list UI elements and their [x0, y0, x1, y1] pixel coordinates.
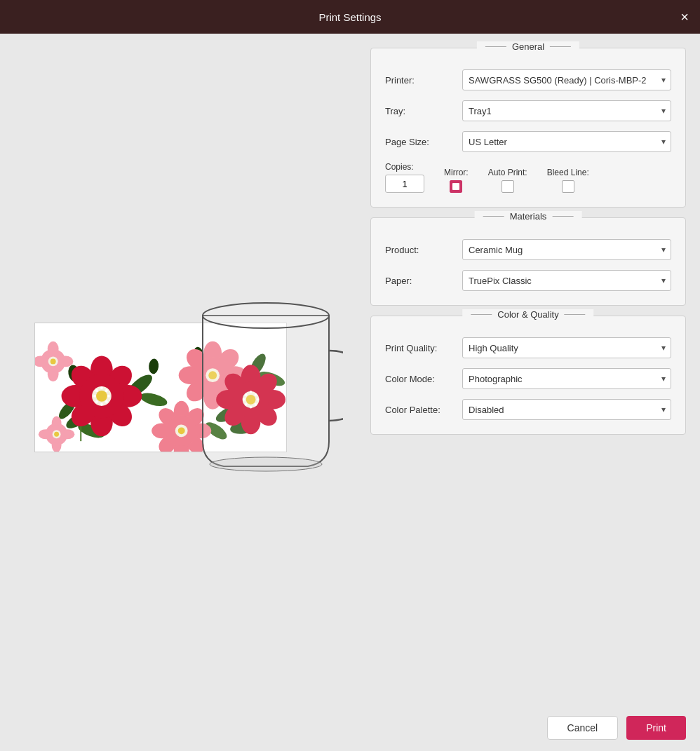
main-content: General Printer: SAWGRASS SG500 (Ready) … [0, 34, 700, 751]
svg-point-32 [107, 394, 110, 397]
mug-outline [189, 295, 343, 477]
tray-select[interactable]: Tray1 [462, 100, 671, 121]
paper-row: Paper: TruePix Classic [385, 270, 671, 291]
svg-point-30 [105, 388, 108, 391]
page-size-select[interactable]: US Letter [462, 131, 671, 152]
paper-select[interactable]: TruePix Classic [462, 270, 671, 291]
general-section: General Printer: SAWGRASS SG500 (Ready) … [370, 48, 686, 208]
general-section-header: General [477, 41, 579, 52]
close-button[interactable]: × [680, 10, 689, 24]
mirror-group: Mirror: [444, 168, 469, 193]
bleed-line-checkbox[interactable] [562, 180, 574, 193]
printer-select[interactable]: SAWGRASS SG500 (Ready) | Coris-MBP-2 [462, 69, 671, 90]
svg-point-27 [96, 390, 107, 401]
copies-input[interactable] [385, 175, 424, 193]
cancel-button[interactable]: Cancel [547, 716, 619, 740]
dialog-title: Print Settings [318, 11, 381, 23]
page-size-row: Page Size: US Letter [385, 131, 671, 152]
mug-preview [20, 295, 343, 491]
svg-point-34 [105, 400, 108, 402]
left-panel [0, 34, 363, 751]
title-bar: Print Settings × [0, 0, 700, 34]
tray-row: Tray: Tray1 [385, 100, 671, 121]
mirror-checkbox[interactable] [450, 180, 462, 193]
svg-point-35 [100, 402, 103, 405]
tray-label: Tray: [385, 106, 462, 116]
color-mode-label: Color Mode: [385, 374, 462, 384]
print-quality-select-wrapper: High QualityStandard QualityDraft [462, 337, 671, 358]
color-quality-section-header: Color & Quality [462, 309, 593, 320]
color-palette-row: Color Palette: DisabledEnabled [385, 399, 671, 420]
options-row: Copies: Mirror: Auto Print: Bleed Line: [385, 162, 671, 193]
materials-section-header: Materials [475, 211, 582, 222]
copies-group: Copies: [385, 162, 424, 193]
copies-label: Copies: [385, 162, 414, 172]
mirror-label: Mirror: [444, 168, 469, 177]
printer-select-wrapper: SAWGRASS SG500 (Ready) | Coris-MBP-2 [462, 69, 671, 90]
svg-point-63 [54, 431, 59, 436]
printer-row: Printer: SAWGRASS SG500 (Ready) | Coris-… [385, 69, 671, 90]
product-select[interactable]: Ceramic Mug [462, 239, 671, 260]
color-mode-select[interactable]: PhotographicVividStandard [462, 368, 671, 389]
product-label: Product: [385, 245, 462, 255]
svg-point-29 [95, 388, 98, 391]
color-palette-select-wrapper: DisabledEnabled [462, 399, 671, 420]
page-size-select-wrapper: US Letter [462, 131, 671, 152]
product-row: Product: Ceramic Mug [385, 239, 671, 260]
svg-point-31 [93, 394, 96, 397]
auto-print-label: Auto Print: [488, 168, 527, 177]
svg-point-96 [203, 303, 329, 328]
bottom-bar: Cancel Print [363, 705, 700, 751]
printer-label: Printer: [385, 75, 462, 86]
bleed-line-label: Bleed Line: [547, 168, 589, 177]
color-mode-row: Color Mode: PhotographicVividStandard [385, 368, 671, 389]
svg-point-97 [210, 457, 322, 471]
paper-select-wrapper: TruePix Classic [462, 270, 671, 291]
product-select-wrapper: Ceramic Mug [462, 239, 671, 260]
svg-point-33 [95, 400, 98, 402]
svg-point-28 [100, 386, 103, 389]
color-mode-select-wrapper: PhotographicVividStandard [462, 368, 671, 389]
svg-point-55 [51, 358, 56, 364]
svg-point-75 [178, 427, 185, 434]
print-button[interactable]: Print [626, 716, 686, 740]
right-panel: General Printer: SAWGRASS SG500 (Ready) … [363, 34, 700, 751]
auto-print-checkbox[interactable] [502, 180, 514, 193]
print-quality-label: Print Quality: [385, 343, 462, 353]
color-palette-label: Color Palette: [385, 405, 462, 415]
bleed-line-group: Bleed Line: [547, 168, 589, 193]
page-size-label: Page Size: [385, 137, 462, 147]
tray-select-wrapper: Tray1 [462, 100, 671, 121]
auto-print-group: Auto Print: [488, 168, 527, 193]
materials-section: Materials Product: Ceramic Mug Paper: Tr… [370, 217, 686, 306]
color-quality-section: Color & Quality Print Quality: High Qual… [370, 316, 686, 435]
print-quality-select[interactable]: High QualityStandard QualityDraft [462, 337, 671, 358]
paper-label: Paper: [385, 276, 462, 286]
color-palette-select[interactable]: DisabledEnabled [462, 399, 671, 420]
print-quality-row: Print Quality: High QualityStandard Qual… [385, 337, 671, 358]
